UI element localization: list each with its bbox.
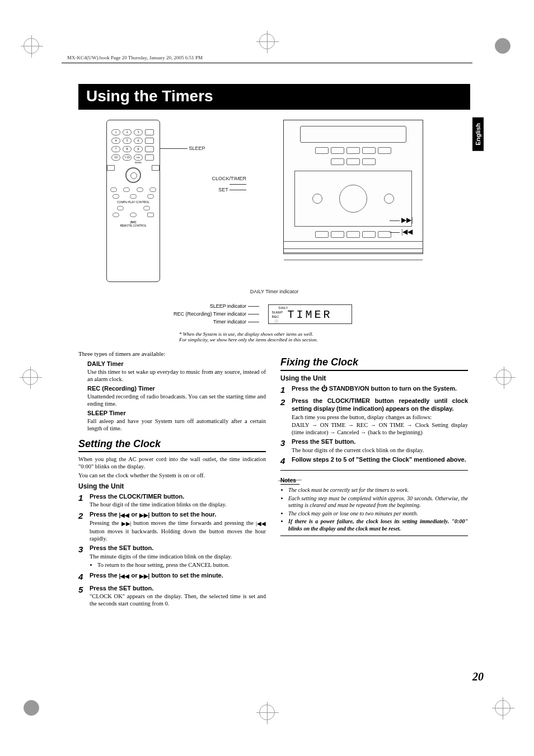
- rec-indicator-label: REC (Recording) Timer indicator: [174, 310, 259, 318]
- intro-text: Three types of timers are available:: [78, 350, 266, 358]
- rec-timer-label: REC (Recording) Timer: [87, 385, 266, 393]
- note-bold: If there is a power failure, the clock l…: [288, 518, 468, 532]
- skip-prev-icon: |◀◀: [119, 573, 130, 580]
- lcd-text: TIMER: [288, 308, 340, 321]
- note-1: The clock must be correctly set for the …: [288, 487, 468, 494]
- step2-desc: Pressing the ▶▶| button moves the time f…: [90, 519, 266, 542]
- fix-step2-desc: Each time you press the button, display …: [292, 414, 468, 421]
- sleep-callout: SLEEP: [160, 145, 205, 151]
- remote-control-label: REMOTE CONTROL: [107, 224, 160, 227]
- rec-timer-desc: Unattended recording of radio broadcasts…: [87, 393, 266, 407]
- daily-indicator-label: DAILY Timer indicator: [250, 289, 299, 294]
- fix-step3-title: Press the SET button.: [292, 438, 468, 446]
- step5-desc: "CLOCK OK" appears on the display. Then,…: [90, 593, 266, 607]
- setting-clock-heading: Setting the Clock: [78, 438, 266, 453]
- remote-control-figure: 123 456 789 10+10FM MODE COMPU PLAY CONT…: [106, 120, 160, 282]
- step3-title: Press the SET button.: [90, 544, 266, 552]
- step4-title: Press the |◀◀ or ▶▶| button to set the m…: [90, 572, 266, 580]
- using-unit-sub-2: Using the Unit: [280, 374, 468, 383]
- power-icon: ⏻: [321, 385, 327, 392]
- note-2: Each setting step must be completed with…: [288, 495, 468, 509]
- step3-bullet: To return to the hour setting, press the…: [97, 561, 266, 569]
- skip-next-icon: ▶▶|: [139, 573, 150, 580]
- setting-para2: You can set the clock whether the System…: [78, 472, 266, 479]
- fix-step2-seq: DAILY → ON TIME → REC → ON TIME → Clock …: [292, 421, 468, 436]
- page-title: Using the Timers: [78, 84, 470, 110]
- cpc-label: COMPU PLAY CONTROL: [107, 200, 160, 204]
- language-tab: English: [472, 118, 484, 151]
- skip-prev-icon: |◀◀: [119, 512, 130, 519]
- timer-indicator-label: Timer indicator: [174, 318, 259, 326]
- sleep-indicator-label: SLEEP indicator: [174, 302, 259, 310]
- step1-title: Press the CLOCK/TIMER button.: [90, 493, 266, 501]
- daily-timer-label: DAILY Timer: [87, 360, 266, 368]
- sleep-key-icon: [145, 138, 154, 144]
- step5-title: Press the SET button.: [90, 585, 266, 593]
- skip-next-icon: ▶▶|: [139, 512, 150, 519]
- fix-step4-title: Follow steps 2 to 5 of "Setting the Cloc…: [292, 456, 468, 464]
- using-unit-sub: Using the Unit: [78, 482, 266, 491]
- fix-step3-desc: The hour digits of the current clock bli…: [292, 447, 468, 454]
- clock-timer-callout: CLOCK/TIMER SET: [202, 176, 246, 192]
- header-rule: [62, 63, 472, 63]
- step3-desc: The minute digits of the time indication…: [90, 553, 266, 560]
- sleep-timer-label: SLEEP Timer: [87, 410, 266, 417]
- skip-buttons-callout: ▶▶| |◀◀: [390, 216, 413, 236]
- lcd-display-figure: DAILY SLEEP REC 🕐 TIMER: [268, 304, 352, 324]
- fix-step2-title: Press the CLOCK/TIMER button repeatedly …: [292, 397, 468, 413]
- notes-heading: Notes: [280, 477, 299, 485]
- fixing-clock-heading: Fixing the Clock: [280, 356, 468, 371]
- setting-para1: When you plug the AC power cord into the…: [78, 456, 266, 470]
- sleep-timer-desc: Fall asleep and have your System turn of…: [87, 417, 266, 432]
- book-header: MX-KC4(UW).book Page 20 Thursday, Januar…: [67, 55, 203, 60]
- page-number: 20: [472, 670, 484, 683]
- step2-title: Press the |◀◀ or ▶▶| button to set the h…: [90, 511, 266, 519]
- step1-desc: The hour digit of the time indication bl…: [90, 501, 266, 508]
- note-3: The clock may gain or lose one to two mi…: [288, 510, 468, 518]
- figure-footnote: * When the System is in use, the display…: [179, 331, 414, 342]
- fix-step1-title: Press the ⏻ STANDBY/ON button to turn on…: [292, 385, 468, 393]
- daily-timer-desc: Use this timer to set wake up everyday t…: [87, 368, 266, 383]
